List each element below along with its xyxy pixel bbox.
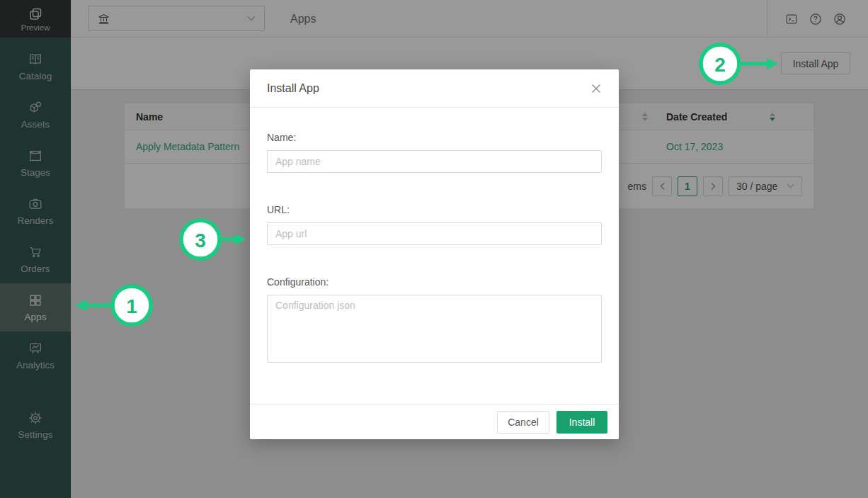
url-field-label: URL: [267,204,602,215]
modal-footer: Cancel Install [250,404,619,439]
name-field-group: Name: [267,132,602,173]
install-button[interactable]: Install [556,411,607,434]
url-field-group: URL: [267,204,602,245]
modal-header: Install App [250,69,619,108]
app-url-input[interactable] [267,222,602,245]
configuration-field-label: Configuration: [267,276,602,288]
close-icon[interactable] [590,83,602,94]
configuration-field-group: Configuration: [267,276,602,366]
install-app-modal: Install App Name: URL: Configuration: Ca… [250,69,619,439]
cancel-button[interactable]: Cancel [497,411,549,434]
name-field-label: Name: [267,132,602,143]
modal-title: Install App [267,82,319,95]
app-name-input[interactable] [267,150,602,173]
modal-body: Name: URL: Configuration: [250,108,619,404]
configuration-json-textarea[interactable] [267,295,602,363]
